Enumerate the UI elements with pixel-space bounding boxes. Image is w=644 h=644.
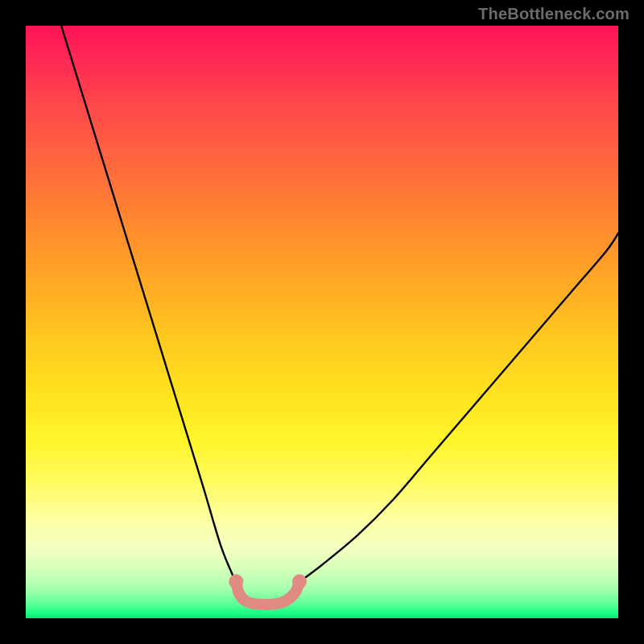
series-valley-marker [236, 581, 299, 605]
series-right-curve [299, 233, 618, 583]
watermark-text: TheBottleneck.com [478, 5, 630, 23]
series-left-curve [61, 26, 236, 583]
chart-curves-svg [26, 26, 618, 618]
chart-frame: TheBottleneck.com [0, 0, 644, 644]
valley-endpoint-dot [229, 574, 243, 588]
valley-endpoint-dot [292, 574, 307, 588]
